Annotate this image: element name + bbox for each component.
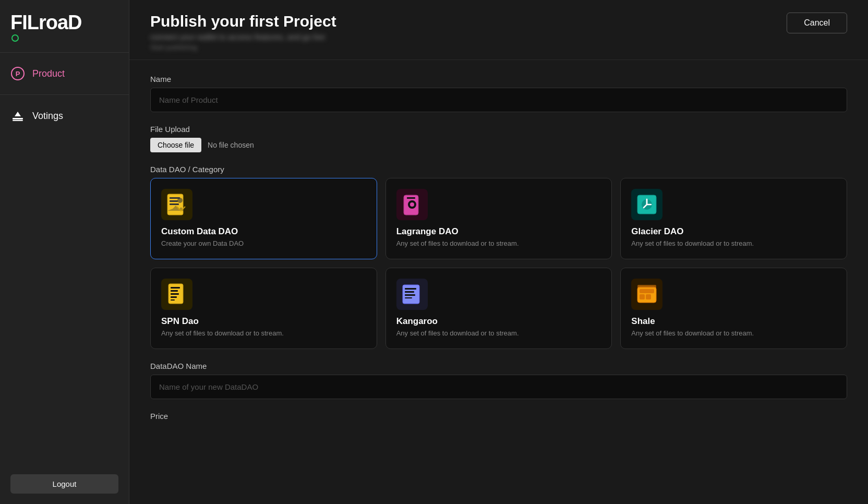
category-label: Data DAO / Category [150,165,847,174]
svg-rect-19 [171,299,175,301]
lagrange-dao-name: Lagrange DAO [396,226,601,237]
sidebar-divider-mid [0,94,129,95]
glacier-dao-name: Glacier DAO [631,226,836,237]
choose-file-button[interactable]: Choose file [150,138,201,152]
name-label: Name [150,75,847,83]
product-icon: P [10,66,25,81]
custom-dao-icon [161,189,192,220]
shale-desc: Any set of files to download or to strea… [631,329,836,338]
svg-rect-5 [170,200,178,202]
file-upload-section: File Upload Choose file No file chosen [150,125,847,152]
header-left: Publish your first Project connect your … [150,13,774,51]
svg-rect-23 [405,294,415,296]
spn-dao-icon [161,279,192,310]
datadao-name-label: DataDAO Name [150,362,847,370]
header-blurred-subtext: Start publishing [150,43,255,51]
file-upload-label: File Upload [150,125,847,134]
product-icon-circle: P [11,67,25,80]
price-label: Price [150,412,847,421]
svg-rect-1 [13,120,23,121]
shale-name: Shale [631,316,836,327]
svg-marker-2 [15,112,21,116]
kangaroo-desc: Any set of files to download or to strea… [396,329,601,338]
sidebar-divider-top [0,52,129,53]
svg-point-7 [177,198,183,203]
no-file-text: No file chosen [208,141,254,149]
header-blurred-text: connect your wallet to access features, … [150,32,463,41]
lagrange-dao-icon [396,189,428,220]
svg-rect-18 [171,296,177,298]
svg-rect-11 [407,197,415,199]
sidebar-item-product[interactable]: P Product [0,59,129,88]
main-header: Publish your first Project connect your … [129,0,868,60]
sidebar-item-votings[interactable]: Votings [0,101,129,130]
sidebar: FILroaD P Product Votings Logout [0,0,129,504]
svg-point-10 [410,202,414,207]
price-section: Price [150,412,847,421]
svg-rect-17 [171,293,179,295]
cancel-button[interactable]: Cancel [787,13,847,33]
svg-rect-16 [171,290,178,292]
spn-dao-name: SPN Dao [161,316,366,327]
svg-rect-28 [646,294,651,299]
svg-rect-27 [640,294,645,299]
svg-rect-29 [637,285,656,288]
svg-rect-6 [170,203,179,205]
spn-dao-desc: Any set of files to download or to strea… [161,329,366,338]
status-dot [11,34,19,42]
sidebar-item-product-label: Product [32,68,65,79]
shale-icon [631,279,662,310]
custom-dao-desc: Create your own Data DAO [161,239,366,248]
main-content: Publish your first Project connect your … [129,0,868,504]
logout-button[interactable]: Logout [10,474,118,494]
kangaroo-name: Kangaroo [396,316,601,327]
category-grid: Custom Data DAO Create your own Data DAO… [150,178,847,349]
datadao-name-input[interactable] [150,375,847,399]
name-section: Name [150,75,847,112]
category-section: Data DAO / Category [150,165,847,349]
glacier-dao-icon [631,189,662,220]
votings-icon [10,109,25,123]
glacier-dao-desc: Any set of files to download or to strea… [631,239,836,248]
category-card-glacier[interactable]: Glacier DAO Any set of files to download… [620,178,847,259]
svg-rect-22 [405,291,414,293]
datadao-name-section: DataDAO Name [150,362,847,399]
lagrange-dao-desc: Any set of files to download or to strea… [396,239,601,248]
category-card-shale[interactable]: Shale Any set of files to download or to… [620,268,847,349]
sidebar-nav: P Product Votings [0,59,129,464]
svg-rect-24 [405,297,412,298]
form-area: Name File Upload Choose file No file cho… [129,60,868,454]
kangaroo-icon [396,279,428,310]
logo-area: FILroaD [0,0,129,46]
category-card-spn[interactable]: SPN Dao Any set of files to download or … [150,268,377,349]
category-card-lagrange[interactable]: Lagrange DAO Any set of files to downloa… [385,178,612,259]
page-title: Publish your first Project [150,13,774,30]
svg-rect-15 [171,287,180,289]
category-card-kangaroo[interactable]: Kangaroo Any set of files to download or… [385,268,612,349]
app-logo: FILroaD [10,13,118,32]
file-upload-area: Choose file No file chosen [150,138,847,152]
sidebar-item-votings-label: Votings [32,111,63,122]
name-input[interactable] [150,88,847,112]
svg-rect-26 [640,289,654,293]
svg-rect-21 [405,288,416,290]
category-card-custom[interactable]: Custom Data DAO Create your own Data DAO [150,178,377,259]
sidebar-footer: Logout [0,464,129,504]
custom-dao-name: Custom Data DAO [161,226,366,237]
svg-rect-0 [13,118,23,119]
